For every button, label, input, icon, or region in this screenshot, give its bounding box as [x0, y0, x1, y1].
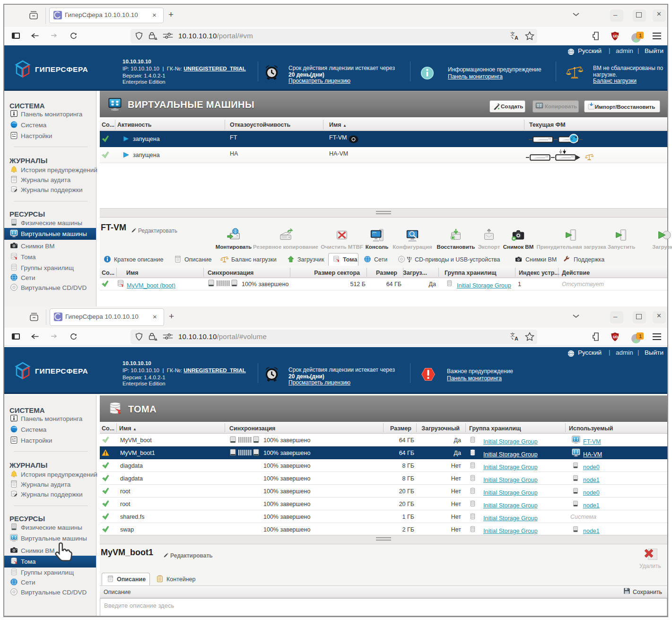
svg-text:1: 1	[639, 33, 642, 38]
svg-text:vnc: vnc	[373, 232, 377, 235]
svg-text:A: A	[515, 336, 518, 341]
svg-text:UO: UO	[613, 335, 618, 339]
svg-text:1: 1	[639, 333, 642, 339]
svg-text:UO: UO	[613, 34, 618, 38]
svg-text:A: A	[515, 35, 518, 41]
